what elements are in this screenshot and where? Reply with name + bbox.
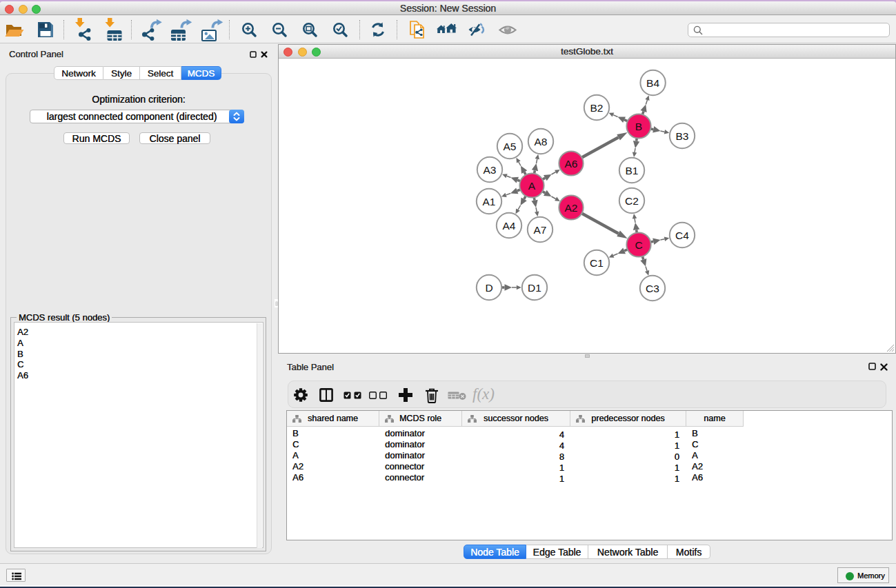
svg-text:A4: A4 bbox=[503, 220, 516, 232]
svg-text:B1: B1 bbox=[626, 165, 639, 176]
svg-text:C: C bbox=[635, 239, 642, 251]
svg-text:A2: A2 bbox=[565, 202, 578, 214]
svg-text:A: A bbox=[528, 180, 536, 192]
svg-text:C4: C4 bbox=[675, 230, 689, 241]
svg-text:B: B bbox=[635, 121, 642, 132]
svg-text:B2: B2 bbox=[590, 102, 604, 114]
svg-text:A7: A7 bbox=[534, 224, 547, 236]
svg-text:D: D bbox=[485, 282, 492, 294]
svg-text:B3: B3 bbox=[676, 130, 689, 142]
svg-text:C2: C2 bbox=[625, 195, 639, 207]
svg-text:B4: B4 bbox=[646, 77, 659, 89]
svg-text:C3: C3 bbox=[646, 283, 659, 294]
svg-text:D1: D1 bbox=[528, 282, 541, 294]
svg-text:A8: A8 bbox=[535, 136, 548, 148]
svg-text:A5: A5 bbox=[504, 141, 517, 152]
svg-text:A1: A1 bbox=[483, 196, 496, 207]
svg-text:C1: C1 bbox=[590, 257, 604, 269]
svg-text:A6: A6 bbox=[565, 158, 578, 170]
svg-text:A3: A3 bbox=[484, 164, 497, 176]
